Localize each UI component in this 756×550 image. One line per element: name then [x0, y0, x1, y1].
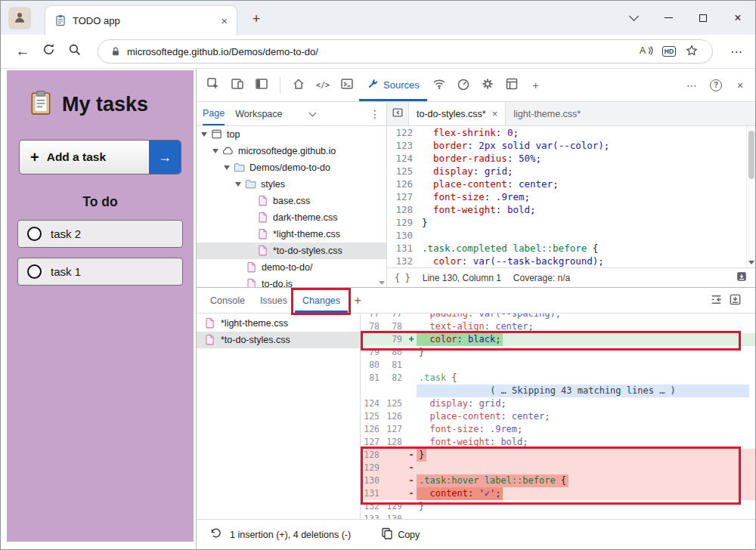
diff-row[interactable]: 8182.task {	[361, 372, 755, 385]
code-line[interactable]: 127 font-size: .9rem;	[387, 190, 746, 203]
maximize-button[interactable]	[686, 1, 720, 35]
navigator-more-button[interactable]: ⋮	[370, 108, 380, 120]
tab-console[interactable]	[335, 69, 359, 101]
file-tree-item[interactable]: microsoftedge.github.io	[197, 143, 386, 159]
close-icon[interactable]: ×	[492, 108, 498, 119]
line-number[interactable]: 132	[387, 255, 422, 267]
diff-row[interactable]: 128-}	[361, 449, 755, 462]
diff-row[interactable]: 124125 display: grid;	[361, 397, 755, 410]
diff-row[interactable]: 7777 padding: var(--spacing);	[361, 314, 755, 320]
code-editor[interactable]: 122 flex-shrink: 0;123 border: 2px solid…	[387, 126, 755, 287]
tab-workspace[interactable]: Workspace	[235, 109, 282, 119]
code-line[interactable]: 129}	[387, 216, 746, 229]
file-tree-item[interactable]: to-do.js	[197, 276, 386, 287]
diff-row[interactable]: 79+ color: black;	[361, 333, 755, 346]
code-line[interactable]: 132 color: var(--task-background);	[387, 255, 746, 267]
file-tree-item[interactable]: *light-theme.css	[197, 226, 386, 243]
file-tree-item[interactable]: Demos/demo-to-do	[197, 159, 386, 176]
url-text[interactable]: microsoftedge.github.io/Demos/demo-to-do…	[127, 46, 635, 57]
read-aloud-button[interactable]: A	[635, 41, 658, 62]
line-number[interactable]: 126	[387, 178, 422, 190]
tab-performance[interactable]	[451, 69, 476, 101]
file-tree-item[interactable]: demo-to-do/	[197, 259, 386, 276]
browser-tab[interactable]: TODO app ×	[45, 5, 237, 35]
editor-tab[interactable]: to-do-styles.css* ×	[408, 102, 506, 125]
add-task-button[interactable]: + Add a task →	[19, 140, 181, 175]
code-line[interactable]: 128 font-weight: bold;	[387, 203, 746, 216]
diff-row[interactable]: 127128 font-weight: bold;	[361, 436, 755, 449]
diff-row[interactable]: 125126 place-content: center;	[361, 410, 755, 423]
focus-mode-button[interactable]	[249, 69, 274, 101]
submit-task-button[interactable]: →	[149, 141, 181, 174]
code-line[interactable]: 130	[387, 229, 746, 242]
scrollbar-thumb[interactable]	[748, 131, 754, 179]
line-number[interactable]: 124	[387, 152, 422, 165]
drawer-tab-changes[interactable]: Changes	[295, 288, 348, 313]
file-tree-item[interactable]: dark-theme.css	[197, 209, 386, 226]
more-panels-button[interactable]: +	[524, 69, 548, 101]
editor-tab[interactable]: light-theme.css*	[506, 102, 588, 125]
file-tree-item[interactable]: *to-do-styles.css	[197, 243, 386, 259]
expander-icon[interactable]	[235, 182, 241, 187]
line-number[interactable]: 125	[387, 165, 422, 178]
add-drawer-tab-button[interactable]: +	[348, 288, 367, 313]
tree-scrollbar[interactable]	[377, 126, 386, 287]
scroll-down-icon[interactable]	[748, 261, 754, 264]
hd-button[interactable]: HD	[658, 41, 680, 62]
new-tab-button[interactable]: +	[247, 10, 265, 28]
dock-bottom-button[interactable]	[729, 293, 742, 308]
close-window-button[interactable]: ×	[720, 1, 755, 35]
tab-network[interactable]	[427, 69, 451, 101]
devtools-menu-button[interactable]: ⋯	[680, 69, 704, 101]
code-line[interactable]: 126 place-content: center;	[387, 178, 746, 190]
collapse-lines-button[interactable]	[710, 293, 723, 308]
line-number[interactable]: 127	[387, 190, 422, 203]
chevron-down-icon[interactable]	[308, 109, 316, 116]
minimize-button[interactable]	[651, 1, 686, 35]
settings-button[interactable]	[476, 69, 500, 101]
tab-elements[interactable]: </>	[311, 69, 335, 101]
diff-row[interactable]: 8081	[361, 359, 755, 372]
help-button[interactable]: ?	[704, 69, 728, 101]
drawer-tab-issues[interactable]: Issues	[253, 288, 295, 313]
expander-icon[interactable]	[212, 149, 218, 153]
braces-icon[interactable]: { }	[395, 273, 411, 283]
diff-row[interactable]: 129-	[361, 462, 755, 474]
line-number[interactable]: 129	[387, 216, 422, 229]
device-emulation-button[interactable]	[225, 69, 249, 101]
tab-close-button[interactable]: ×	[218, 14, 231, 27]
settings-menu-button[interactable]: ⋯	[723, 45, 749, 59]
tab-application[interactable]	[500, 69, 524, 101]
diff-row[interactable]: 7980}	[361, 346, 755, 359]
show-drawer-button[interactable]	[736, 270, 748, 285]
changes-file-item[interactable]: *light-theme.css	[197, 315, 360, 332]
diff-row[interactable]: 133130	[361, 513, 755, 519]
tab-list-button[interactable]	[616, 1, 651, 35]
copy-button[interactable]: Copy	[381, 527, 420, 542]
code-line[interactable]: 123 border: 2px solid var(--color);	[387, 139, 746, 152]
line-number[interactable]: 128	[387, 203, 422, 216]
editor-scrollbar[interactable]	[746, 126, 755, 267]
code-line[interactable]: 124 border-radius: 50%;	[387, 152, 746, 165]
address-bar[interactable]: microsoftedge.github.io/Demos/demo-to-do…	[98, 39, 713, 63]
diff-skip-banner[interactable]: ( … Skipping 43 matching lines … )	[361, 385, 755, 397]
task-checkbox[interactable]	[27, 264, 42, 279]
expander-icon[interactable]	[201, 132, 207, 137]
inspect-button[interactable]	[201, 69, 225, 101]
changes-file-item[interactable]: *to-do-styles.css	[197, 332, 360, 348]
line-number[interactable]: 131	[387, 242, 422, 255]
scroll-down-icon[interactable]	[379, 281, 385, 285]
site-info-lock-icon[interactable]	[110, 46, 121, 57]
favorites-button[interactable]	[680, 41, 703, 62]
search-button[interactable]	[61, 39, 87, 64]
code-line[interactable]: 122 flex-shrink: 0;	[387, 126, 746, 139]
code-line[interactable]: 125 display: grid;	[387, 165, 746, 178]
task-item[interactable]: task 2	[17, 220, 183, 248]
diff-row[interactable]: 7878 text-align: center;	[361, 320, 755, 333]
navigator-toggle-button[interactable]	[387, 102, 408, 125]
diff-row[interactable]: 131- content: '✓';	[361, 487, 755, 500]
drawer-tab-console[interactable]: Console	[203, 288, 253, 313]
task-item[interactable]: task 1	[17, 258, 183, 286]
back-button[interactable]: ←	[10, 39, 36, 64]
tab-welcome[interactable]	[287, 69, 311, 101]
